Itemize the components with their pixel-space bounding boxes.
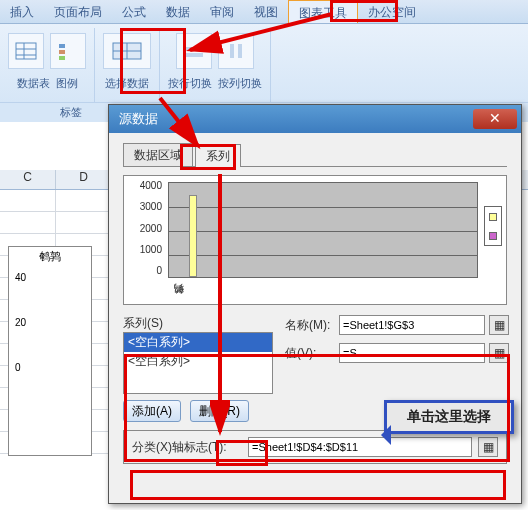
ribbon-tabs: 插入 页面布局 公式 数据 审阅 视图 图表工具 办公空间 <box>0 0 528 24</box>
label-switch-row: 按行切换 <box>168 76 212 91</box>
range-picker-icon: ▦ <box>494 346 505 360</box>
legend-swatch-2 <box>489 232 497 240</box>
ribbon-group-select: 选择数据 <box>95 28 160 102</box>
svg-rect-6 <box>59 56 65 60</box>
select-data-icon[interactable] <box>103 33 151 69</box>
series-item-1[interactable]: <空白系列> <box>124 352 272 371</box>
value-field-input[interactable] <box>339 343 485 363</box>
svg-rect-0 <box>16 43 36 59</box>
y-val-40: 40 <box>15 272 85 283</box>
series-label: 系列(S) <box>123 315 273 332</box>
tab-office-space[interactable]: 办公空间 <box>358 0 426 23</box>
dialog-tabs: 数据区域 系列 <box>123 143 507 167</box>
tab-chart-tools[interactable]: 图表工具 <box>288 0 358 23</box>
delete-series-button[interactable]: 删除(R) <box>190 400 249 422</box>
name-field-label: 名称(M): <box>285 317 335 334</box>
svg-rect-13 <box>238 44 242 58</box>
switch-row-icon[interactable] <box>176 33 212 69</box>
name-range-picker[interactable]: ▦ <box>489 315 509 335</box>
label-legend: 图例 <box>56 76 78 91</box>
source-data-dialog: 源数据 ✕ 数据区域 系列 4000 3000 2000 1000 0 <box>108 104 522 504</box>
svg-rect-12 <box>230 44 234 58</box>
tab-insert[interactable]: 插入 <box>0 0 44 23</box>
value-range-picker[interactable]: ▦ <box>489 343 509 363</box>
bar-series-1 <box>189 195 197 277</box>
tab-page-layout[interactable]: 页面布局 <box>44 0 112 23</box>
label-select-data: 选择数据 <box>105 76 149 91</box>
series-item-0[interactable]: <空白系列> <box>124 333 272 352</box>
y-val-20: 20 <box>15 317 85 328</box>
svg-rect-11 <box>185 53 203 57</box>
switch-col-icon[interactable] <box>218 33 254 69</box>
embedded-chart[interactable]: 鹌鹑 40 20 0 <box>8 246 92 456</box>
tab-data[interactable]: 数据 <box>156 0 200 23</box>
instruction-callout: 单击这里选择 <box>384 400 514 434</box>
add-series-button[interactable]: 添加(A) <box>123 400 181 422</box>
tab-data-range[interactable]: 数据区域 <box>123 143 193 166</box>
axis-input[interactable] <box>248 437 472 457</box>
tab-view[interactable]: 视图 <box>244 0 288 23</box>
category-axis-row: 分类(X)轴标志(T): ▦ <box>123 430 507 464</box>
embedded-chart-title: 鹌鹑 <box>9 247 91 266</box>
chart-legend <box>484 206 502 246</box>
series-listbox[interactable]: <空白系列> <空白系列> <box>123 332 273 394</box>
svg-rect-10 <box>185 47 203 51</box>
ribbon-group-data: 数据表图例 <box>0 28 95 102</box>
y-axis-ticks: 4000 3000 2000 1000 0 <box>128 180 162 276</box>
name-field-input[interactable] <box>339 315 485 335</box>
tab-review[interactable]: 审阅 <box>200 0 244 23</box>
svg-rect-5 <box>59 50 65 54</box>
data-table-icon[interactable] <box>8 33 44 69</box>
legend-icon[interactable] <box>50 33 86 69</box>
chart-preview: 4000 3000 2000 1000 0 鹌鹑 <box>123 175 507 305</box>
col-d[interactable]: D <box>56 170 112 189</box>
svg-rect-4 <box>59 44 65 48</box>
dialog-close-button[interactable]: ✕ <box>473 109 517 129</box>
dialog-titlebar[interactable]: 源数据 ✕ <box>109 105 521 133</box>
label-data-table: 数据表 <box>17 76 50 91</box>
plot-area <box>168 182 478 278</box>
range-picker-icon: ▦ <box>483 440 494 454</box>
lower-label: 标签 <box>60 105 82 120</box>
ribbon-content: 数据表图例 选择数据 按行切换按列切换 <box>0 24 528 102</box>
label-switch-col: 按列切换 <box>218 76 262 91</box>
range-picker-icon: ▦ <box>494 318 505 332</box>
dialog-title-text: 源数据 <box>119 110 158 128</box>
y-val-0: 0 <box>15 362 85 373</box>
tab-formula[interactable]: 公式 <box>112 0 156 23</box>
value-field-label: 值(V): <box>285 345 335 362</box>
ribbon-group-switch: 按行切换按列切换 <box>160 28 271 102</box>
axis-range-picker[interactable]: ▦ <box>478 437 498 457</box>
axis-label: 分类(X)轴标志(T): <box>132 439 242 456</box>
tab-series[interactable]: 系列 <box>195 144 241 167</box>
legend-swatch-1 <box>489 213 497 221</box>
col-c[interactable]: C <box>0 170 56 189</box>
